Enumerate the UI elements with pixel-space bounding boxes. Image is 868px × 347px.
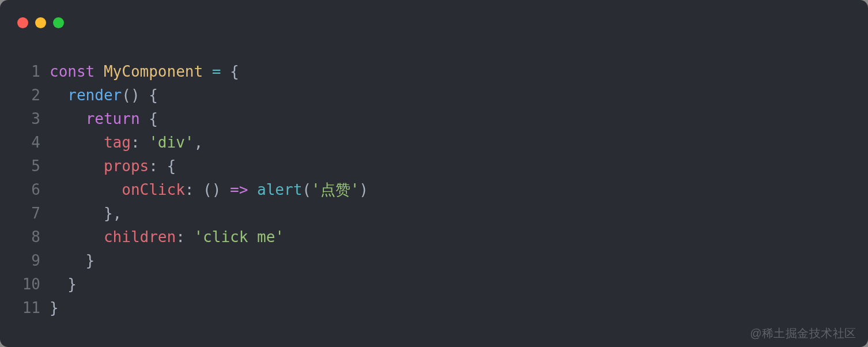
token-str: 'click me' (194, 228, 284, 246)
token-punct (248, 181, 257, 198)
line-number: 11 (0, 296, 50, 320)
line-content[interactable]: children: 'click me' (50, 225, 284, 249)
token-punct: } (50, 276, 77, 293)
token-punct: : { (149, 157, 176, 175)
line-number: 5 (0, 154, 50, 178)
token-punct: }, (50, 205, 122, 222)
token-punct (50, 181, 122, 198)
line-number: 2 (0, 84, 50, 107)
code-line[interactable]: 5 props: { (0, 154, 868, 178)
token-str: '点赞' (311, 181, 359, 198)
token-punct (50, 134, 104, 151)
token-punct: : (176, 228, 194, 246)
token-punct: ( (302, 181, 311, 198)
token-arrow: => (230, 181, 248, 198)
window-titlebar (0, 0, 868, 33)
code-line[interactable]: 6 onClick: () => alert('点赞') (0, 178, 868, 202)
token-punct (50, 157, 104, 175)
token-punct: : () (185, 181, 230, 198)
token-punct: , (194, 134, 203, 151)
token-prop: children (104, 228, 176, 246)
token-punct: ) (359, 181, 368, 198)
line-content[interactable]: render() { (50, 84, 158, 107)
code-line[interactable]: 1const MyComponent = { (0, 60, 868, 84)
close-icon[interactable] (17, 17, 28, 28)
line-number: 10 (0, 273, 50, 296)
line-content[interactable]: }, (50, 202, 122, 225)
token-kw: const (50, 63, 104, 80)
line-content[interactable]: tag: 'div', (50, 131, 203, 154)
code-line[interactable]: 4 tag: 'div', (0, 131, 868, 154)
token-punct: } (50, 299, 59, 316)
token-prop: tag (104, 134, 131, 151)
code-line[interactable]: 11} (0, 296, 868, 320)
line-content[interactable]: props: { (50, 154, 176, 178)
token-punct: : (131, 134, 149, 151)
token-punct: { (140, 110, 158, 127)
watermark-label: @稀土掘金技术社区 (750, 326, 856, 341)
editor-window: 1const MyComponent = {2 render() {3 retu… (0, 0, 868, 347)
line-content[interactable]: onClick: () => alert('点赞') (50, 178, 368, 202)
code-line[interactable]: 9 } (0, 249, 868, 273)
line-number: 1 (0, 60, 50, 84)
code-line[interactable]: 10 } (0, 273, 868, 296)
minimize-icon[interactable] (35, 17, 46, 28)
token-punct (50, 86, 67, 104)
token-str: 'div' (149, 134, 194, 151)
token-punct: () { (122, 86, 158, 104)
token-op: = (212, 63, 221, 80)
token-punct (50, 228, 104, 246)
token-call: alert (257, 181, 302, 198)
line-number: 8 (0, 225, 50, 249)
code-line[interactable]: 3 return { (0, 107, 868, 131)
code-editor[interactable]: 1const MyComponent = {2 render() {3 retu… (0, 33, 868, 320)
token-cls: MyComponent (104, 63, 203, 80)
line-content[interactable]: } (50, 249, 95, 273)
line-content[interactable]: } (50, 273, 77, 296)
line-content[interactable]: const MyComponent = { (50, 60, 239, 84)
line-content[interactable]: return { (50, 107, 158, 131)
line-number: 4 (0, 131, 50, 154)
line-number: 6 (0, 178, 50, 202)
token-prop: onClick (122, 181, 185, 198)
code-line[interactable]: 7 }, (0, 202, 868, 225)
code-line[interactable]: 2 render() { (0, 84, 868, 107)
line-number: 9 (0, 249, 50, 273)
token-punct: { (221, 63, 239, 80)
line-content[interactable]: } (50, 296, 59, 320)
code-line[interactable]: 8 children: 'click me' (0, 225, 868, 249)
token-punct: } (50, 252, 95, 269)
token-fn: render (67, 86, 122, 104)
zoom-icon[interactable] (53, 17, 64, 28)
line-number: 7 (0, 202, 50, 225)
token-punct (50, 110, 86, 127)
token-kw: return (86, 110, 140, 127)
line-number: 3 (0, 107, 50, 131)
token-punct (203, 63, 212, 80)
token-prop: props (104, 157, 149, 175)
